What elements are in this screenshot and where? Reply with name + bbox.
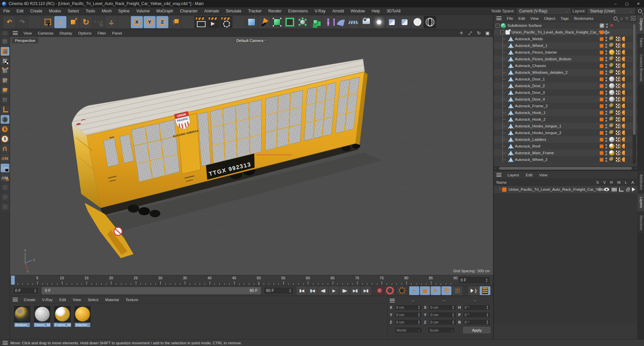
playhead[interactable] [11, 276, 15, 285]
layer-color-chip[interactable] [600, 44, 603, 48]
layer-color-chip[interactable] [600, 31, 603, 34]
menu-item[interactable]: Create [27, 8, 46, 14]
object-manager-menu-item[interactable]: Tags [558, 15, 571, 21]
palette-button[interactable] [1, 193, 9, 201]
palette-button[interactable] [1, 115, 9, 124]
toolbar-button[interactable] [398, 16, 411, 28]
menu-item[interactable]: File [0, 8, 13, 14]
uvw-tag-icon[interactable] [616, 97, 621, 102]
object-tree-item[interactable]: − Autorack_Floors_Interier ✕ [494, 49, 637, 56]
toolbar-button[interactable] [169, 16, 181, 28]
menu-item[interactable]: Tools [82, 8, 98, 14]
selection-tag-icon[interactable] [622, 90, 625, 95]
visibility-dots[interactable] [605, 131, 607, 135]
toolbar-button[interactable]: ↷ [16, 16, 28, 28]
node-space-dropdown[interactable]: Current (V-Ray)⌄ [517, 8, 571, 14]
layer-color-chip[interactable] [600, 158, 603, 162]
selection-tag-icon[interactable] [622, 144, 625, 149]
uvw-tag-icon[interactable] [616, 57, 621, 61]
toolbar-button[interactable] [93, 16, 105, 28]
material-tag-icon[interactable] [609, 110, 614, 115]
palette-button[interactable] [1, 105, 9, 114]
layer-color-chip[interactable] [600, 131, 603, 135]
side-tab[interactable]: Content Browser [637, 51, 644, 85]
visibility-dots[interactable] [605, 84, 607, 88]
selection-tag-icon[interactable] [622, 57, 625, 61]
spinner-icon[interactable]: ▲▼ [289, 288, 291, 293]
object-tree-item[interactable]: − Autorack_Wheel_2 ✕ [494, 156, 637, 163]
uvw-tag-icon[interactable] [616, 151, 621, 155]
selection-tag-icon[interactable] [622, 151, 625, 155]
palette-button[interactable] [1, 154, 9, 163]
material-tag-icon[interactable] [609, 143, 614, 149]
view-label[interactable]: Perspective [12, 38, 38, 43]
object-tree-item[interactable]: − Autorack_Windows_detailes_2 ✕ [494, 69, 637, 76]
hamburger-icon[interactable] [13, 298, 18, 301]
uvw-tag-icon[interactable] [616, 77, 621, 81]
layer-color-chip[interactable] [600, 151, 603, 155]
view-toggle-icon[interactable] [604, 188, 609, 191]
layer-color-chip[interactable] [600, 37, 603, 41]
material-thumbnail[interactable] [34, 306, 50, 322]
visibility-dots[interactable] [605, 144, 607, 149]
scroll-right-icon[interactable]: › [635, 167, 636, 170]
autokey-icon[interactable] [385, 286, 394, 295]
toolbar-button[interactable] [373, 16, 385, 28]
key-parameter-icon[interactable]: Ⓟ [441, 286, 451, 295]
selection-tag-icon[interactable] [622, 104, 625, 108]
toolbar-button[interactable] [347, 16, 360, 28]
maximize-button[interactable]: ▢ [621, 0, 633, 7]
uvw-tag-icon[interactable] [616, 37, 621, 41]
object-manager-menu-item[interactable]: Bookmarks [572, 15, 596, 21]
layer-color-chip[interactable] [600, 57, 603, 61]
toolbar-button[interactable]: ↶ [3, 16, 15, 28]
object-tree-item[interactable]: − Subdivision Surface ✕ [494, 22, 637, 29]
menu-item[interactable]: Render [265, 8, 285, 14]
material-tag-icon[interactable] [609, 83, 614, 89]
frame-field[interactable]: 0 F▲▼ [458, 276, 490, 284]
current-frame-field[interactable]: 0 F▲▼ [13, 287, 39, 294]
transport-button[interactable]: ▶ [329, 286, 339, 295]
toolbar-button[interactable]: Z [156, 16, 168, 28]
layer-menu-item[interactable]: Edit [523, 172, 536, 178]
menu-item[interactable]: Volume [133, 8, 153, 14]
visibility-dots[interactable] [606, 23, 608, 28]
keyframe-settings-icon[interactable] [397, 286, 407, 295]
uvw-tag-icon[interactable] [616, 130, 621, 135]
object-tree-item[interactable]: − Union_Pacific_Tri_Level_Auto_Rack_Frei… [494, 29, 637, 36]
rotation-p-field[interactable]: 0 °▲▼ [463, 312, 490, 318]
viewport-menu-item[interactable]: Cameras [35, 30, 57, 36]
selection-tag-icon[interactable] [622, 110, 625, 115]
layer-color-chip[interactable] [600, 124, 603, 128]
render-toggle-icon[interactable] [612, 188, 616, 191]
viewport-menu-item[interactable]: Panel [109, 30, 125, 36]
visibility-dots[interactable] [605, 50, 607, 55]
menu-item[interactable]: Mesh [98, 8, 115, 14]
menu-item[interactable]: Extensions [285, 8, 311, 14]
toolbar-button[interactable] [42, 16, 54, 28]
key-position-icon[interactable]: + [409, 286, 419, 295]
visibility-dots[interactable] [605, 77, 607, 81]
menu-item[interactable]: Tracker [245, 8, 265, 14]
layer-color-chip[interactable] [600, 145, 603, 148]
uvw-tag-icon[interactable] [616, 117, 621, 122]
uvw-tag-icon[interactable] [616, 70, 621, 75]
layer-menu-item[interactable]: Layers [504, 172, 523, 178]
object-tree-item[interactable]: − Autorack_Floors_bottom_Bottom ✕ [494, 56, 637, 62]
uvw-tag-icon[interactable] [616, 157, 621, 162]
menu-item[interactable]: Modes [46, 8, 64, 14]
preview-range-slider[interactable]: 0 F90 F [42, 287, 261, 294]
toolbar-button[interactable] [182, 16, 194, 28]
material-menu-item[interactable]: Edit [56, 297, 69, 303]
menu-item[interactable]: Arnold [329, 8, 347, 14]
toolbar-button[interactable] [386, 16, 398, 28]
material-item[interactable]: Interier_ [74, 306, 91, 327]
viewport-menu-item[interactable]: Options [75, 30, 95, 36]
material-menu-item[interactable]: Material [102, 297, 122, 303]
selection-tag-icon[interactable] [622, 43, 625, 48]
layer-color-chip[interactable] [600, 64, 603, 68]
menu-item[interactable]: Select [64, 8, 82, 14]
spinner-icon[interactable]: ▲▼ [485, 278, 488, 283]
close-button[interactable]: ✕ [633, 0, 644, 7]
uvw-tag-icon[interactable] [616, 110, 621, 115]
